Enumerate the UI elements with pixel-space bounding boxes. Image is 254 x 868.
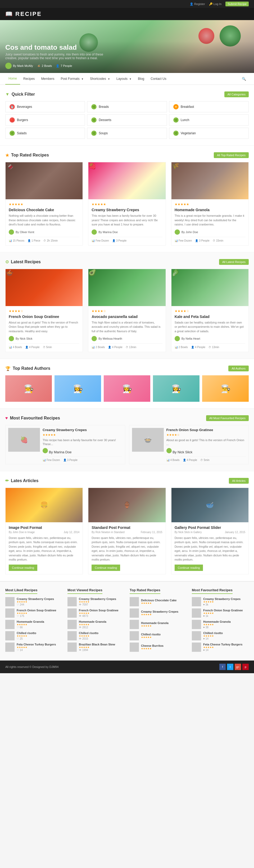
- filter-desserts[interactable]: 🌿 Desserts: [87, 115, 167, 126]
- nav-item-contact[interactable]: Contact Us: [147, 73, 169, 84]
- all-top-rated-button[interactable]: All Top Rated Recipes: [214, 152, 249, 158]
- footer-liked-item-4[interactable]: Chilled risotto ★★★★★ ♡ 25: [5, 631, 62, 641]
- fav-avatar-strawberry: [43, 448, 48, 453]
- article-desc-image: Donec quam felis, ultricies nec, pellent…: [9, 536, 79, 562]
- top-rated-header: ★ Top Rated Recipes All Top Rated Recipe…: [5, 152, 249, 158]
- author-card-5[interactable]: 👨‍🍳: [202, 375, 249, 402]
- continue-reading-standard[interactable]: Continue reading: [91, 564, 120, 571]
- filter-burgers[interactable]: 🔴 Burgers: [5, 115, 85, 126]
- footer-liked-item-2[interactable]: French Onion Soup Gratinee ★★★★★ ♡ 175: [5, 609, 62, 618]
- footer-viewed-item-4[interactable]: Chilled risotto ★★★★★ 👁 2015: [67, 631, 124, 641]
- footer-viewed-item-3[interactable]: Homemade Granola ★★★★★ 👁 2812: [67, 620, 124, 629]
- footer-rated-item-5[interactable]: Cheese Burritos ★★★★★: [130, 643, 187, 652]
- nav-search-icon[interactable]: 🔍: [239, 73, 249, 85]
- filter-vegetarian[interactable]: 🌿 Vegetarian: [169, 128, 249, 139]
- site-logo: 📖 RECIPE: [5, 10, 249, 18]
- hero-meta: By Mark McAlly 🍲 2 Bowls 👤 7 People: [5, 63, 111, 69]
- author-card-1[interactable]: 👨‍🍳: [5, 375, 52, 402]
- footer-rated-item-4[interactable]: Chilled risotto ★★★★★: [130, 631, 187, 641]
- articles-section: ✏ Lates Articles All Articles 🍔 Image Po…: [0, 471, 254, 581]
- article-card-gallery: 🥣 Gallery Post Format Slider By Nick Sli…: [171, 488, 249, 575]
- filter-lunch[interactable]: 🌿 Lunch: [169, 115, 249, 126]
- hero-content: Cos and tomato salad Juicy sweet tomatoe…: [0, 39, 116, 73]
- nav-item-layouts[interactable]: Layouts ▼: [113, 73, 135, 84]
- footer-viewed-item-1[interactable]: Creamy Strawberry Crepes ★★★★★ 👁 7097: [67, 597, 124, 606]
- filter-breads[interactable]: 🌿 Breads: [87, 101, 167, 112]
- footer-liked-item-3[interactable]: Homemade Granola ★★★★★ ♡ 66: [5, 620, 62, 629]
- fav-card-soup: 🍲 French Onion Soup Gratinee ★★★★☆ About…: [129, 425, 249, 464]
- nav-item-post-formats[interactable]: Post Formats ▼: [57, 73, 87, 84]
- articles-grid: 🍔 Image Post Format By John Doe in Image…: [5, 488, 249, 575]
- recipe-card-image-soup: 🍲: [5, 269, 83, 306]
- recipe-desc-chocolate: Nothing will satisfy a chocolate craving…: [9, 214, 79, 227]
- facebook-icon[interactable]: f: [219, 664, 226, 670]
- all-favourited-button[interactable]: All Most Favourited Recipes: [206, 415, 249, 421]
- login-link[interactable]: 🔑 Log In: [209, 2, 222, 6]
- pinterest-icon[interactable]: p: [242, 664, 249, 670]
- twitter-icon[interactable]: t: [227, 664, 233, 670]
- author-card-3[interactable]: 👩‍🍳: [104, 375, 150, 402]
- fav-body-strawberry: Creamy Strawberry Crepes ★★★★★ This reci…: [43, 428, 122, 462]
- fav-stars-soup: ★★★★☆: [166, 433, 246, 437]
- recipe-card-body-avocado: ★★★★☆ Avocado panzanella salad This high…: [88, 306, 165, 352]
- quick-filter-title: ▼ Quick Filter: [5, 92, 35, 97]
- filter-beverages[interactable]: 🥤 Beverages: [5, 101, 85, 112]
- article-desc-gallery: Donec quam felis, ultricies nec, pellent…: [175, 536, 245, 562]
- top-rated-list: Top Rated Recipes Delicious Chocolate Ca…: [130, 588, 187, 654]
- all-latest-button[interactable]: All Latest Recipes: [219, 259, 249, 265]
- footer-fav-item-2[interactable]: French Onion Soup Gratinee ★★★★★ ♥ 1k: [192, 609, 249, 618]
- logo-bar: 📖 RECIPE: [0, 8, 254, 20]
- beverages-icon: 🥤: [9, 104, 15, 110]
- footer-fav-item-5[interactable]: Feta Cheese Turkey Burgers ★★★★★ ♥ 14: [192, 643, 249, 652]
- fav-stats-strawberry: 📊 Few Dozen 👤 3 People: [43, 456, 122, 462]
- article-meta-gallery: By Nick Slick in Gallery January 12, 201…: [175, 531, 245, 534]
- recipe-stats-soup: 📊 4 Bowls 👤 4 People ⏱ 5min: [9, 343, 79, 349]
- top-bar: 👤 Register 🔑 Log In Submit Recipe: [0, 0, 254, 8]
- nav-item-blog[interactable]: Blog: [135, 73, 147, 84]
- nav-item-shortcodes[interactable]: Shortcodes ▼: [87, 73, 113, 84]
- recipe-stats-avocado: 📊 2 Bowls 👤 4 People ⏱ 13min: [91, 343, 162, 349]
- fav-image-strawberry: 🍓: [8, 428, 40, 452]
- footer-fav-item-3[interactable]: Homemade Granola ★★★★★ ♥ 38: [192, 620, 249, 629]
- register-link[interactable]: 👤 Register: [190, 2, 205, 6]
- quick-filter-header: ▼ Quick Filter All Categories: [5, 91, 249, 97]
- author-card-2[interactable]: 👩‍🍳: [55, 375, 101, 402]
- nav-item-home[interactable]: Home: [5, 73, 20, 85]
- filter-breakfast[interactable]: ☀ Breakfast: [169, 101, 249, 112]
- footer-viewed-item-2[interactable]: French Onion Soup Gratinee ★★★★★ 👁 4873: [67, 609, 124, 618]
- hero-author: By Mark McAlly: [5, 63, 33, 69]
- footer-liked-item-1[interactable]: Creamy Strawberry Crepes ★★★★★ ♡ 244: [5, 597, 62, 606]
- nav-item-recipes[interactable]: Recipes: [20, 73, 38, 84]
- hero-bowls: 🍲 2 Bowls: [37, 64, 52, 68]
- top-rated-section: ★ Top Rated Recipes All Top Rated Recipe…: [0, 146, 254, 252]
- submit-recipe-link[interactable]: Submit Recipe: [225, 2, 249, 6]
- recipe-card-soup: 🍲 ★★★★☆ French Onion Soup Gratinee About…: [5, 269, 83, 352]
- heart-icon: ♥: [5, 416, 8, 421]
- footer-fav-item-1[interactable]: Creamy Strawberry Crepes ★★★★★ ♥ 3k: [192, 597, 249, 606]
- footer-fav-item-4[interactable]: Chilled risotto ★★★★★ ♥ 14: [192, 631, 249, 641]
- filter-soups[interactable]: 🌿 Soups: [87, 128, 167, 139]
- google-icon[interactable]: g+: [235, 664, 241, 670]
- all-categories-button[interactable]: All Categories: [224, 91, 249, 97]
- author-photo-1: 👨‍🍳: [5, 375, 52, 402]
- fav-author-strawberry: By Marina Doe: [43, 448, 122, 454]
- nav-item-members[interactable]: Members: [38, 73, 57, 84]
- continue-reading-image[interactable]: Continue reading: [9, 564, 37, 571]
- author-card-4[interactable]: 👩‍🍳: [153, 375, 199, 402]
- footer-rated-item-3[interactable]: Homemade Granola ★★★★★: [130, 620, 187, 629]
- clock-icon: ⊙: [5, 259, 9, 264]
- footer-liked-item-5[interactable]: Feta Cheese Turkey Burgers ★★★★★ ♡ 14: [5, 643, 62, 652]
- footer-viewed-item-5[interactable]: Brazilian Black Bean Stew ★★★★★ 👁 1994: [67, 643, 124, 652]
- recipe-card-image-granola: 🌾: [171, 162, 249, 199]
- article-title-image: Image Post Format: [9, 525, 79, 530]
- article-image-gallery: 🥣: [171, 488, 249, 522]
- recipe-card-body-chocolate: ★★★★★ Delicious Chocolate Cake Nothing w…: [5, 199, 83, 245]
- continue-reading-gallery[interactable]: Continue reading: [175, 564, 203, 571]
- recipe-title-chocolate: Delicious Chocolate Cake: [9, 208, 79, 212]
- footer-rated-item-2[interactable]: Creamy Strawberry Crepes ★★★★★: [130, 609, 187, 618]
- filter-salads[interactable]: 🌿 Salads: [5, 128, 85, 139]
- all-articles-button[interactable]: All Articles: [229, 478, 249, 484]
- recipe-stats-chocolate: 📊 15 Pieces 👤 1 Piece ⏱ 2h 15min: [9, 237, 79, 242]
- all-authors-button[interactable]: All Authors: [228, 366, 249, 371]
- footer-rated-item-1[interactable]: Delicious Chocolate Cake ★★★★★: [130, 597, 187, 606]
